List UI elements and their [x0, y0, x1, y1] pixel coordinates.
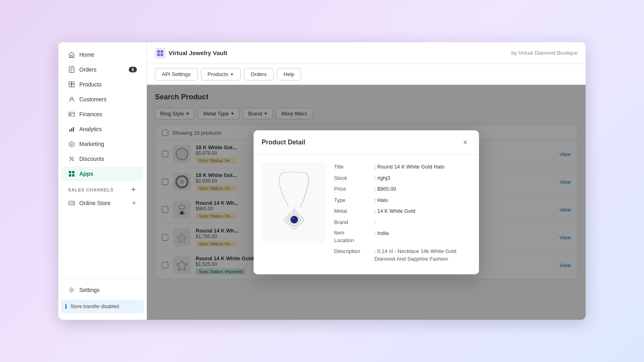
detail-value-title: : Round 14 K White Gold Halo — [374, 163, 444, 171]
svg-rect-20 — [72, 171, 74, 173]
svg-rect-22 — [72, 174, 74, 177]
detail-label-price: Price — [334, 185, 374, 193]
sidebar-item-home-label: Home — [79, 51, 94, 58]
marketing-icon — [68, 140, 75, 148]
top-bar: Virtual Jewelry Vault by Virtual Diamond… — [147, 42, 586, 64]
detail-value-type: : Halo — [374, 196, 388, 204]
detail-label-type: Type — [334, 196, 374, 204]
main-content: Virtual Jewelry Vault by Virtual Diamond… — [147, 42, 586, 320]
svg-rect-4 — [69, 84, 72, 87]
modal-details: Title : Round 14 K White Gold Halo Stock… — [334, 163, 471, 266]
svg-rect-5 — [72, 84, 74, 87]
svg-rect-19 — [69, 171, 71, 173]
sidebar-item-products[interactable]: Products — [62, 77, 143, 92]
sidebar-item-customers-label: Customers — [79, 96, 107, 103]
svg-rect-9 — [69, 112, 74, 116]
detail-row-type: Type : Halo — [334, 196, 471, 204]
settings-label: Settings — [79, 287, 100, 293]
sidebar: Home Orders 6 — [58, 42, 147, 320]
app-title: Virtual Jewelry Vault — [169, 49, 227, 56]
sidebar-item-finances[interactable]: Finances — [62, 107, 143, 121]
app-logo: Virtual Jewelry Vault — [155, 48, 227, 58]
settings-icon — [68, 286, 75, 294]
info-icon: ℹ — [65, 303, 67, 310]
orders-badge: 6 — [129, 67, 137, 72]
svg-rect-31 — [161, 53, 163, 56]
add-sales-channel-button[interactable]: ＋ — [130, 185, 137, 194]
detail-row-description: Description : 0.14 ct - Necklace 14k Whi… — [334, 247, 471, 263]
sidebar-item-settings[interactable]: Settings — [62, 283, 143, 297]
home-icon — [68, 51, 75, 58]
svg-rect-23 — [69, 201, 74, 205]
detail-value-description: : 0.14 ct - Necklace 14k White Gold Diam… — [374, 247, 463, 263]
sidebar-item-orders[interactable]: Orders 6 — [62, 62, 143, 77]
sales-channels-section: SALES CHANNELS ＋ — [58, 181, 147, 195]
products-icon — [68, 81, 75, 88]
sidebar-item-home[interactable]: Home — [62, 47, 143, 62]
svg-rect-7 — [72, 82, 74, 84]
orders-button[interactable]: Orders — [244, 68, 274, 80]
sidebar-bottom: Settings ℹ Store transfer disabled — [58, 278, 147, 320]
products-button[interactable]: Products ▼ — [201, 68, 241, 80]
eye-icon[interactable]: 👁 — [132, 200, 137, 206]
sidebar-nav: Home Orders 6 — [58, 42, 147, 278]
sidebar-item-analytics-label: Analytics — [79, 126, 102, 132]
modal-close-button[interactable]: × — [460, 137, 471, 148]
sidebar-item-finances-label: Finances — [79, 111, 102, 117]
detail-label-brand: Brand — [334, 218, 374, 226]
help-button[interactable]: Help — [277, 68, 301, 80]
modal-body: Title : Round 14 K White Gold Halo Stock… — [254, 155, 479, 274]
detail-row-location: ItemLocation : India — [334, 229, 471, 244]
svg-rect-28 — [157, 50, 160, 53]
svg-line-18 — [70, 157, 74, 161]
detail-label-stock: Stock — [334, 174, 374, 182]
svg-rect-21 — [69, 174, 71, 177]
sidebar-item-orders-label: Orders — [79, 66, 97, 73]
modal-header: Product Detail × — [254, 130, 479, 155]
detail-value-stock: : #ghj3 — [374, 174, 390, 182]
detail-value-location: : India — [374, 229, 388, 244]
toolbar: API Settings Products ▼ Orders Help — [147, 64, 586, 85]
svg-point-24 — [70, 202, 70, 203]
svg-rect-6 — [69, 82, 72, 84]
svg-rect-11 — [70, 115, 71, 116]
modal-title: Product Detail — [262, 139, 305, 146]
orders-icon — [68, 66, 75, 73]
orders-btn-label: Orders — [251, 71, 267, 77]
detail-row-price: Price : $965.00 — [334, 185, 471, 193]
sidebar-item-apps[interactable]: Apps — [62, 167, 143, 181]
sidebar-item-online-store[interactable]: Online Store 👁 — [62, 196, 143, 210]
customers-icon — [68, 96, 75, 103]
svg-point-27 — [71, 289, 73, 291]
sidebar-item-analytics[interactable]: Analytics — [62, 122, 143, 136]
sidebar-item-discounts-label: Discounts — [79, 156, 104, 162]
product-detail-modal: Product Detail × — [254, 130, 479, 274]
svg-rect-13 — [71, 128, 72, 132]
svg-rect-12 — [69, 130, 70, 132]
detail-value-metal: : 14 K White Gold — [374, 207, 415, 215]
product-image — [262, 163, 326, 243]
store-transfer-label: Store transfer disabled — [70, 304, 119, 309]
detail-row-stock: Stock : #ghj3 — [334, 174, 471, 182]
svg-point-16 — [70, 157, 71, 158]
analytics-icon — [68, 125, 75, 133]
detail-value-price: : $965.00 — [374, 185, 396, 193]
api-settings-button[interactable]: API Settings — [155, 68, 198, 80]
detail-row-brand: Brand : — [334, 218, 471, 226]
online-store-label: Online Store — [79, 200, 111, 206]
sidebar-item-customers[interactable]: Customers — [62, 92, 143, 107]
sidebar-item-marketing[interactable]: Marketing — [62, 137, 143, 151]
sidebar-item-products-label: Products — [79, 81, 101, 88]
svg-point-47 — [291, 216, 298, 223]
svg-point-15 — [71, 144, 72, 145]
svg-rect-30 — [157, 53, 160, 56]
page-body: Search Product Ring Style ▼ Metal Type ▼… — [147, 85, 586, 320]
sidebar-item-discounts[interactable]: Discounts — [62, 152, 143, 166]
detail-row-metal: Metal : 14 K White Gold — [334, 207, 471, 215]
sidebar-item-marketing-label: Marketing — [79, 141, 104, 147]
modal-overlay[interactable]: Product Detail × — [147, 85, 586, 320]
store-transfer-banner: ℹ Store transfer disabled — [61, 300, 144, 313]
detail-value-brand: : — [374, 218, 376, 226]
svg-point-17 — [72, 160, 74, 161]
detail-label-location: ItemLocation — [334, 229, 374, 244]
